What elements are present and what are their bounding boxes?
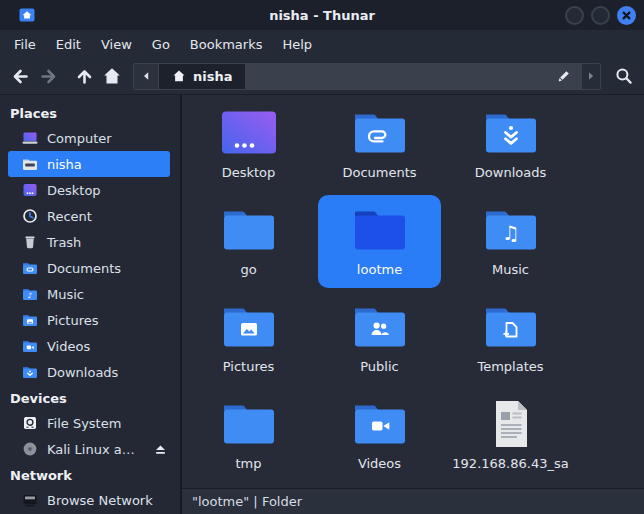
close-icon[interactable] <box>617 6 636 25</box>
sidebar-item-pictures[interactable]: Pictures <box>8 307 170 333</box>
file-label: Videos <box>358 456 401 471</box>
file-downloads[interactable]: Downloads <box>449 98 572 191</box>
folder-downloads-icon <box>22 364 38 380</box>
file-desktop[interactable]: Desktop <box>187 98 310 191</box>
folder-icon <box>220 201 278 259</box>
file-pictures[interactable]: Pictures <box>187 292 310 385</box>
menu-edit[interactable]: Edit <box>46 34 91 55</box>
sidebar-item-browse-network[interactable]: Browse Network <box>8 487 170 513</box>
sidebar-item-label: nisha <box>47 157 82 172</box>
statusbar: "lootme" | Folder <box>182 488 644 514</box>
sidebar-item-label: Music <box>47 287 84 302</box>
menu-view[interactable]: View <box>91 34 142 55</box>
path-segment-label: nisha <box>193 69 232 84</box>
path-segment-nisha[interactable]: nisha <box>159 64 245 89</box>
magnifier-icon[interactable] <box>610 62 638 90</box>
sidebar-item-music[interactable]: ♪Music <box>8 281 170 307</box>
file-videos[interactable]: Videos <box>318 389 441 482</box>
computer-icon <box>22 130 38 146</box>
svg-text:♪: ♪ <box>28 291 33 300</box>
sidebar-item-nisha[interactable]: nisha <box>8 151 170 177</box>
sidebar-item-trash[interactable]: Trash <box>8 229 170 255</box>
file-label: Pictures <box>223 359 274 374</box>
chevron-left-icon[interactable] <box>134 64 159 89</box>
home-icon[interactable] <box>98 62 126 90</box>
sidebar-item-label: Recent <box>47 209 92 224</box>
folder-music-icon: ♪ <box>22 286 38 302</box>
sidebar-item-videos[interactable]: Videos <box>8 333 170 359</box>
sidebar-item-computer[interactable]: Computer <box>8 125 170 151</box>
toolbar: nisha <box>0 58 644 95</box>
folder-downloads-icon <box>482 104 540 162</box>
sidebar-item-label: Trash <box>47 235 81 250</box>
sidebar-item-recent[interactable]: Recent <box>8 203 170 229</box>
folder-pictures-icon <box>220 298 278 356</box>
up-icon[interactable] <box>70 62 98 90</box>
file-music[interactable]: ♫Music <box>449 195 572 288</box>
home-folder-icon <box>22 156 38 172</box>
pencil-icon[interactable] <box>556 68 572 84</box>
sidebar-item-label: Computer <box>47 131 112 146</box>
path-entry[interactable] <box>245 64 581 89</box>
harddrive-icon <box>22 415 38 431</box>
sidebar-item-documents[interactable]: Documents <box>8 255 170 281</box>
folder-pictures-icon <box>22 312 38 328</box>
file-label: Templates <box>477 359 543 374</box>
sidebar-item-file-system[interactable]: File System <box>8 410 170 436</box>
menu-file[interactable]: File <box>4 34 46 55</box>
sidebar-item-label: Documents <box>47 261 121 276</box>
sidebar-item-kali-linux-a[interactable]: Kali Linux a… <box>8 436 170 462</box>
file-label: 192.168.86.43_sa <box>452 456 568 471</box>
file-label: Downloads <box>475 165 546 180</box>
pathbar: nisha <box>133 63 601 90</box>
file-lootme[interactable]: lootme <box>318 195 441 288</box>
file-label: tmp <box>235 456 261 471</box>
menu-help[interactable]: Help <box>272 34 322 55</box>
menu-bookmarks[interactable]: Bookmarks <box>180 34 273 55</box>
eject-icon[interactable] <box>154 443 167 456</box>
file-templates[interactable]: Templates <box>449 292 572 385</box>
file-label: Music <box>492 262 529 277</box>
folder-public-icon <box>351 298 409 356</box>
sidebar: PlacesComputernishaDesktopRecentTrashDoc… <box>0 95 182 514</box>
statusbar-text: "lootme" | Folder <box>192 494 302 509</box>
sidebar-item-desktop[interactable]: Desktop <box>8 177 170 203</box>
forward-icon[interactable] <box>34 62 62 90</box>
thunar-window: nisha - Thunar FileEditViewGoBookmarksHe… <box>0 0 644 514</box>
sidebar-section-places: Places <box>0 100 180 125</box>
desktop-icon <box>22 182 38 198</box>
folder-videos-icon <box>22 338 38 354</box>
file-documents[interactable]: Documents <box>318 98 441 191</box>
sidebar-item-label: Browse Network <box>47 493 153 508</box>
menubar: FileEditViewGoBookmarksHelp <box>0 30 644 58</box>
maximize-icon[interactable] <box>591 6 610 25</box>
file-public[interactable]: Public <box>318 292 441 385</box>
svg-text:♫: ♫ <box>502 221 520 245</box>
back-icon[interactable] <box>6 62 34 90</box>
file-go[interactable]: go <box>187 195 310 288</box>
sidebar-item-label: Kali Linux a… <box>47 442 135 457</box>
home-mini-icon <box>172 69 186 83</box>
sidebar-item-label: Pictures <box>47 313 98 328</box>
sidebar-section-network: Network <box>0 462 180 487</box>
folder-documents-icon <box>22 260 38 276</box>
file-tmp[interactable]: tmp <box>187 389 310 482</box>
sidebar-item-label: Videos <box>47 339 90 354</box>
folder-videos-icon <box>351 395 409 453</box>
file-grid: DesktopDocumentsDownloadsgolootme♫MusicP… <box>182 95 644 488</box>
home-folder-blue-icon <box>19 7 35 23</box>
folder-templates-icon <box>482 298 540 356</box>
trash-icon <box>22 234 38 250</box>
sidebar-item-label: Downloads <box>47 365 118 380</box>
file-192-168-86-43-sa[interactable]: 192.168.86.43_sa <box>449 389 572 482</box>
menu-go[interactable]: Go <box>142 34 180 55</box>
minimize-icon[interactable] <box>565 6 584 25</box>
folder-icon <box>351 201 409 259</box>
folder-music-icon: ♫ <box>482 201 540 259</box>
sidebar-item-label: File System <box>47 416 121 431</box>
recent-icon <box>22 208 38 224</box>
sidebar-item-downloads[interactable]: Downloads <box>8 359 170 385</box>
file-label: Desktop <box>222 165 276 180</box>
chevron-right-icon[interactable] <box>581 64 600 89</box>
titlebar: nisha - Thunar <box>0 0 644 30</box>
